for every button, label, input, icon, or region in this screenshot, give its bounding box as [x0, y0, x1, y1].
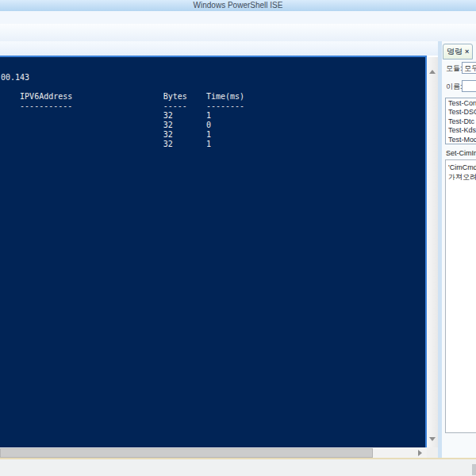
script-pane-header: 스크립트 — [0, 41, 476, 56]
list-item[interactable]: Test-ModuleManifest — [446, 136, 476, 144]
status-bar — [0, 458, 476, 476]
console-output[interactable]: 00.143 IPV6Address Bytes Time(ms) ------… — [1, 73, 425, 149]
warning-text-line2: 가져오려면 — [448, 172, 476, 182]
resize-grip[interactable] — [472, 464, 476, 475]
cmdlet-list[interactable]: Test-Connection Test-DSCConfiguration Te… — [445, 98, 476, 144]
cmdlet-detail-title: Set-CimInstance — [446, 149, 476, 157]
list-item[interactable]: Test-Connection — [446, 99, 476, 108]
scrollbar-thumb[interactable] — [0, 448, 373, 458]
list-item[interactable]: Test-DSCConfiguration — [446, 108, 476, 117]
powershell-ise-window: Windows PowerShell ISE 추가 기능(A) 도움말(H) >… — [0, 0, 476, 476]
window-title: Windows PowerShell ISE — [0, 1, 476, 10]
console-vertical-scrollbar[interactable] — [427, 57, 438, 447]
list-item[interactable]: Test-KdsRootKey — [446, 126, 476, 135]
scroll-right-icon[interactable] — [418, 450, 422, 456]
commands-tab-label: 명령 — [447, 46, 463, 57]
warning-text-line1: 'CimCmdlets' — [448, 163, 476, 172]
name-input[interactable] — [462, 80, 476, 92]
list-item[interactable]: Test-Dtc — [446, 117, 476, 126]
console-pane[interactable]: 00.143 IPV6Address Bytes Time(ms) ------… — [0, 56, 427, 447]
toolbar: >_ — [0, 24, 476, 42]
title-bar[interactable]: Windows PowerShell ISE — [0, 0, 476, 11]
scroll-down-icon[interactable] — [429, 437, 436, 441]
module-dropdown[interactable]: 모두 — [462, 62, 476, 74]
module-label: 모듈: — [446, 63, 463, 74]
menu-bar: 추가 기능(A) 도움말(H) — [0, 11, 476, 24]
commands-tab[interactable]: 명령 × — [443, 44, 473, 60]
close-icon[interactable]: × — [465, 48, 469, 56]
scroll-up-icon[interactable] — [429, 70, 436, 74]
scrollbar-corner — [427, 447, 438, 458]
cmdlet-detail-box: 'CimCmdlets' 가져오려면 — [445, 159, 476, 433]
console-horizontal-scrollbar[interactable] — [0, 447, 427, 458]
commands-addon-panel: 명령 × 모듈: 모두 이름: Test-Connection Test-DSC… — [442, 41, 476, 459]
name-label: 이름: — [446, 82, 463, 92]
